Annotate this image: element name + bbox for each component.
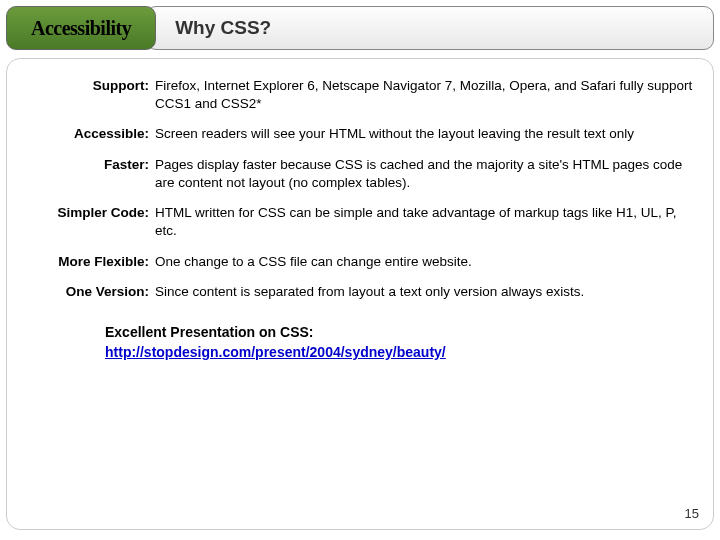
- value-faster: Pages display faster because CSS is cach…: [155, 156, 693, 192]
- label-simpler-code: Simpler Code:: [27, 204, 155, 240]
- value-support: Firefox, Internet Explorer 6, Netscape N…: [155, 77, 693, 113]
- label-one-version: One Version:: [27, 283, 155, 301]
- row-simpler-code: Simpler Code: HTML written for CSS can b…: [27, 204, 693, 240]
- label-accessible: Accessible:: [27, 125, 155, 143]
- row-more-flexible: More Flexible: One change to a CSS file …: [27, 253, 693, 271]
- footer-lead: Excellent Presentation on CSS:: [105, 323, 693, 343]
- value-simpler-code: HTML written for CSS can be simple and t…: [155, 204, 693, 240]
- row-one-version: One Version: Since content is separated …: [27, 283, 693, 301]
- page-number: 15: [685, 506, 699, 521]
- title-tab: Why CSS?: [146, 6, 714, 50]
- slide-body: Support: Firefox, Internet Explorer 6, N…: [6, 58, 714, 530]
- row-faster: Faster: Pages display faster because CSS…: [27, 156, 693, 192]
- category-label: Accessibility: [31, 17, 131, 40]
- slide-title: Why CSS?: [175, 17, 271, 39]
- value-one-version: Since content is separated from layout a…: [155, 283, 693, 301]
- footer-note: Excellent Presentation on CSS: http://st…: [105, 323, 693, 362]
- slide-header: Accessibility Why CSS?: [6, 6, 714, 50]
- category-tab: Accessibility: [6, 6, 156, 50]
- label-more-flexible: More Flexible:: [27, 253, 155, 271]
- footer-link[interactable]: http://stopdesign.com/present/2004/sydne…: [105, 344, 446, 360]
- label-support: Support:: [27, 77, 155, 113]
- value-accessible: Screen readers will see your HTML withou…: [155, 125, 693, 143]
- row-accessible: Accessible: Screen readers will see your…: [27, 125, 693, 143]
- value-more-flexible: One change to a CSS file can change enti…: [155, 253, 693, 271]
- label-faster: Faster:: [27, 156, 155, 192]
- row-support: Support: Firefox, Internet Explorer 6, N…: [27, 77, 693, 113]
